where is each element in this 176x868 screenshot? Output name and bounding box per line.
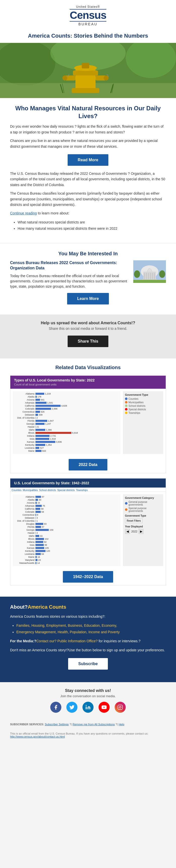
bullet-item-1: What natural resources special districts… xyxy=(18,219,166,225)
hero-image xyxy=(0,43,176,98)
social-title: Stay connected with us! xyxy=(10,688,166,693)
instagram-icon[interactable] xyxy=(115,702,126,713)
bullet-item-2: How many natural resources special distr… xyxy=(18,225,166,232)
article-continue: Continue reading to learn more about: xyxy=(10,210,166,216)
viz2-data-button[interactable]: 1942–2022 Data xyxy=(63,571,113,583)
svg-rect-29 xyxy=(154,273,155,279)
continue-reading-suffix: to learn more about: xyxy=(37,211,69,215)
svg-rect-25 xyxy=(146,273,147,279)
continue-reading-link[interactable]: Continue reading xyxy=(10,211,37,215)
subscriber-services-label: SUBSCRIBER SERVICES: xyxy=(10,723,44,726)
viz1-title: Types of U.S. Local Governments by State… xyxy=(14,378,95,382)
svg-point-35 xyxy=(86,705,87,706)
share-this-button[interactable]: Share This xyxy=(68,336,108,347)
social-section: Stay connected with us! Join the convers… xyxy=(0,682,176,719)
article-para3: The U.S. Census Bureau today released th… xyxy=(10,171,166,188)
year-next-button[interactable]: ▶ xyxy=(139,529,144,534)
article-list: What natural resources special districts… xyxy=(18,219,166,232)
viz1-header: Types of U.S. Local Governments by State… xyxy=(10,376,166,389)
svg-rect-6 xyxy=(73,70,98,75)
viz2-col-1: Counties xyxy=(11,489,21,492)
svg-rect-28 xyxy=(152,273,153,279)
sub-article-text: Census Bureau Releases 2022 Census of Go… xyxy=(10,260,129,289)
viz2-body: Alabama67 Alaska30 Arizona15 Arkansas75 … xyxy=(10,492,166,568)
viz2-col-2: Municipalities xyxy=(23,489,38,492)
viz2-title: U.S. Local Governments by State: 1942–20… xyxy=(14,481,89,485)
share-subtitle: Share this on social media or forward it… xyxy=(10,327,166,331)
viz1-footer: 2022 Data xyxy=(10,457,166,473)
article-para4: The Census Bureau classifies local gover… xyxy=(10,191,166,208)
viz2-filter-title: Government Type xyxy=(125,515,161,517)
article-para2: Chances are you live in an area where th… xyxy=(10,138,166,149)
help-link[interactable]: Help xyxy=(119,723,124,726)
article-section: Who Manages Vital Natural Resources in O… xyxy=(0,98,176,241)
header: United States® Census Bureau xyxy=(0,0,176,29)
about-pio-link[interactable]: Contact our? Public Information Office? xyxy=(36,639,98,643)
svg-rect-27 xyxy=(150,273,151,279)
viz1-legend-title: Government Type xyxy=(125,393,161,396)
about-para1: America Counts features stories on vario… xyxy=(10,614,166,620)
social-subtitle: Join the conversation on social media. xyxy=(10,694,166,698)
sub-article-title: Census Bureau Releases 2022 Census of Go… xyxy=(10,260,129,271)
sub-article-image xyxy=(133,260,166,283)
viz-card-2: U.S. Local Governments by State: 1942–20… xyxy=(10,478,166,585)
related-section: Related Data Visualizations Types of U.S… xyxy=(0,359,176,597)
about-topic-emergency: Emergency Management, Health, Population… xyxy=(16,629,166,635)
viz1-legend: Government Type Counties Municipalities … xyxy=(123,391,163,454)
article-para1: Do you ever wonder how daily resources ?… xyxy=(10,124,166,135)
page-title: America Counts: Stories Behind the Numbe… xyxy=(0,29,176,43)
year-prev-button[interactable]: ◀ xyxy=(125,529,130,534)
svg-point-33 xyxy=(159,270,165,278)
subscriber-settings-link[interactable]: Subscriber Settings xyxy=(45,723,69,726)
viz2-reset-button[interactable]: Reset Filters xyxy=(125,518,143,523)
svg-rect-7 xyxy=(72,88,99,93)
svg-rect-34 xyxy=(133,280,166,283)
footer-contact-link[interactable]: http://www.census.gov/about/contact-us.h… xyxy=(10,735,65,738)
svg-rect-24 xyxy=(144,273,145,279)
viz1-chart: Alabama1,219 Alaska178 Arizona641 Arkans… xyxy=(13,391,121,454)
viz2-year-label: Year Displayed xyxy=(125,525,161,528)
read-more-button[interactable]: Read More xyxy=(68,154,108,166)
footer: SUBSCRIBER SERVICES: Subscriber Settings… xyxy=(0,719,176,730)
svg-point-32 xyxy=(134,270,140,278)
twitter-icon[interactable] xyxy=(66,702,77,713)
sub-article-body: Today the Census Bureau released the off… xyxy=(10,273,129,289)
viz1-data-button[interactable]: 2022 Data xyxy=(69,459,108,470)
viz2-chart: Alabama67 Alaska30 Arizona15 Arkansas75 … xyxy=(13,494,121,566)
about-heading-text: About? xyxy=(10,604,28,610)
viz2-header: U.S. Local Governments by State: 1942–20… xyxy=(10,478,166,488)
census-wordmark: Census xyxy=(70,10,106,21)
united-states-label: United States® xyxy=(70,5,106,8)
youtube-icon[interactable] xyxy=(99,702,110,713)
viz2-legend: Government Category General purpose gove… xyxy=(123,494,163,566)
about-heading-link[interactable]: America Counts xyxy=(28,604,66,610)
share-section: Help us spread the word about America Co… xyxy=(0,314,176,359)
related-heading: Related Data Visualizations xyxy=(10,365,166,370)
svg-point-11 xyxy=(62,75,67,81)
census-logo: United States® Census Bureau xyxy=(70,5,106,26)
svg-rect-37 xyxy=(118,705,122,710)
interested-heading: You May Be Interested In xyxy=(10,251,166,256)
article-title: Who Manages Vital Natural Resources in O… xyxy=(10,104,166,120)
viz2-footer: 1942–2022 Data xyxy=(10,568,166,585)
facebook-icon[interactable] xyxy=(50,702,61,713)
viz2-col-5: Townships xyxy=(76,489,88,492)
linkedin-icon[interactable] xyxy=(82,702,94,713)
about-subscribe-text: Don't miss an America Counts story!?Use … xyxy=(10,647,166,653)
share-title: Help us spread the word about America Co… xyxy=(10,321,166,325)
viz2-col-4: Special districts xyxy=(57,489,75,492)
svg-point-13 xyxy=(104,75,109,81)
viz2-legend-title: Government Category xyxy=(125,496,161,499)
footer-bottom: This is an official email from the U.S. … xyxy=(0,730,176,743)
viz2-col-3: School districts xyxy=(39,489,56,492)
viz1-subheader: Count of all local government units xyxy=(14,383,56,386)
about-title: About?America Counts xyxy=(10,604,166,610)
learn-more-button[interactable]: Learn More xyxy=(67,293,109,305)
svg-rect-26 xyxy=(148,273,149,279)
footer-official-text: This is an official email from the U.S. … xyxy=(10,732,166,738)
interested-section: You May Be Interested In Census Bureau R… xyxy=(0,246,176,314)
subscribe-button[interactable]: Subscribe xyxy=(68,658,108,670)
remove-link[interactable]: Remove me from All Subscriptions xyxy=(72,723,115,726)
svg-rect-9 xyxy=(82,63,89,68)
about-topics-list: Families, Housing, Employment, Business,… xyxy=(16,622,166,635)
